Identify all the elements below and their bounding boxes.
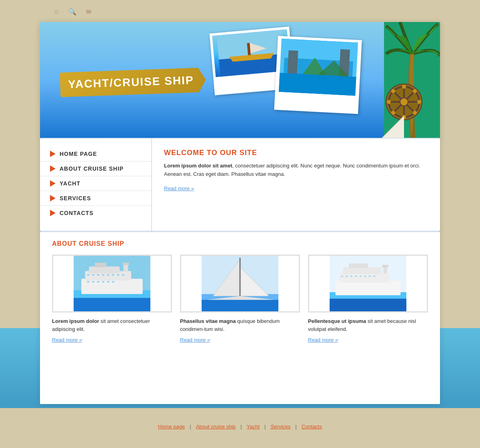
nav-arrow-about <box>50 165 56 172</box>
footer: Home page | About cruise ship | Yacht | … <box>0 405 480 448</box>
card-2-read-more[interactable]: Read more <box>180 337 210 343</box>
ship-svg-3 <box>309 256 427 311</box>
home-icon[interactable]: ⌂ <box>52 7 61 16</box>
nav-arrow-services <box>50 195 56 201</box>
header-divider <box>40 138 440 139</box>
svg-rect-48 <box>92 281 94 283</box>
footer-link-yacht[interactable]: Yacht <box>247 424 260 430</box>
svg-rect-57 <box>202 300 278 311</box>
svg-rect-76 <box>373 276 375 277</box>
svg-rect-35 <box>81 279 142 294</box>
card-2-title: Phasellus vitae magna quisque bibendum c… <box>180 317 300 333</box>
footer-sep-3: | <box>264 424 266 430</box>
nav-arrow-yacht <box>50 180 56 187</box>
page-curl <box>382 116 404 138</box>
nav-arrow-contacts <box>50 210 56 216</box>
about-section: ABOUT CRUISE SHIP <box>40 231 440 351</box>
card-1-title: Lorem ipsum dolor sit amet consectetuer … <box>52 317 172 333</box>
welcome-title: WELCOME TO OUR SITE <box>164 149 428 157</box>
sidebar-label-home: HOME PAGE <box>60 151 97 157</box>
sidebar-navigation: HOME PAGE ABOUT CRUISE SHIP YACHT SERVIC… <box>40 139 152 231</box>
sidebar-item-yacht[interactable]: YACHT <box>40 176 151 191</box>
svg-rect-37 <box>89 267 120 273</box>
main-container: YACHT/CRUISE SHIP <box>40 22 440 404</box>
svg-rect-66 <box>339 273 389 283</box>
welcome-text-bold: Lorem ipsum dolor sit amet <box>164 163 232 169</box>
mid-content-area: HOME PAGE ABOUT CRUISE SHIP YACHT SERVIC… <box>40 139 440 231</box>
svg-rect-70 <box>346 276 348 277</box>
svg-rect-41 <box>97 274 100 276</box>
search-icon[interactable]: 🔍 <box>68 7 77 16</box>
card-1-read-more[interactable]: Read more <box>52 337 82 343</box>
svg-rect-46 <box>122 274 124 276</box>
harbor-svg <box>278 38 360 96</box>
svg-rect-71 <box>350 276 352 277</box>
svg-rect-78 <box>382 265 388 267</box>
svg-rect-43 <box>107 274 110 276</box>
card-3-title: Pellentesque ut ipsuma sit amet because … <box>308 317 428 333</box>
svg-rect-51 <box>107 281 110 283</box>
svg-rect-65 <box>336 281 401 295</box>
ship-svg-2 <box>181 256 299 311</box>
svg-rect-73 <box>360 276 362 277</box>
svg-rect-8 <box>288 50 298 74</box>
svg-rect-50 <box>102 281 104 283</box>
footer-link-about[interactable]: About cruise ship <box>196 424 236 430</box>
svg-rect-38 <box>95 263 106 267</box>
card-1-title-bold: Lorem ipsum dolor <box>52 318 99 324</box>
footer-navigation: Home page | About cruise ship | Yacht | … <box>158 424 322 430</box>
svg-rect-42 <box>102 274 104 276</box>
welcome-read-more[interactable]: Read more <box>164 185 194 191</box>
svg-rect-52 <box>112 281 114 283</box>
footer-link-services[interactable]: Services <box>270 424 290 430</box>
about-title: ABOUT CRUISE SHIP <box>52 240 428 247</box>
sidebar-item-contacts[interactable]: CONTACTS <box>40 206 151 220</box>
svg-rect-72 <box>355 276 357 277</box>
sidebar-item-services[interactable]: SERVICES <box>40 191 151 206</box>
svg-rect-45 <box>117 274 119 276</box>
svg-rect-74 <box>364 276 366 277</box>
sidebar-label-contacts: CONTACTS <box>60 210 94 216</box>
cruise-card-3: Pellentesque ut ipsuma sit amet because … <box>308 255 428 343</box>
photo-container <box>196 26 400 138</box>
svg-point-30 <box>391 111 395 115</box>
svg-rect-64 <box>330 299 406 311</box>
svg-rect-44 <box>112 274 114 276</box>
svg-rect-40 <box>92 274 94 276</box>
footer-link-contacts[interactable]: Contacts <box>302 424 322 430</box>
banner-text: YACHT/CRUISE SHIP <box>68 74 194 91</box>
svg-rect-69 <box>341 276 343 277</box>
footer-link-home[interactable]: Home page <box>158 424 185 430</box>
svg-point-29 <box>413 89 417 93</box>
card-image-3 <box>308 255 428 313</box>
card-image-2 <box>180 255 300 313</box>
footer-sep-1: | <box>190 424 191 430</box>
sidebar-label-yacht: YACHT <box>60 180 80 187</box>
top-navigation: ⌂ 🔍 ✉ <box>52 7 93 16</box>
welcome-text: Lorem ipsum dolor sit amet, consectetuer… <box>164 162 428 179</box>
sidebar-label-about: ABOUT CRUISE SHIP <box>60 165 124 172</box>
card-3-read-more[interactable]: Read more <box>308 337 338 343</box>
svg-point-26 <box>417 100 421 104</box>
svg-point-25 <box>387 100 391 104</box>
ship-svg-1 <box>53 256 171 311</box>
svg-rect-49 <box>97 281 100 283</box>
svg-rect-75 <box>369 276 371 277</box>
sidebar-item-home[interactable]: HOME PAGE <box>40 147 151 161</box>
nav-arrow-home <box>50 151 56 157</box>
svg-rect-60 <box>239 258 241 296</box>
sidebar-item-about[interactable]: ABOUT CRUISE SHIP <box>40 161 151 176</box>
svg-rect-47 <box>87 281 90 283</box>
svg-rect-68 <box>349 263 368 268</box>
svg-rect-34 <box>74 298 150 311</box>
welcome-content: WELCOME TO OUR SITE Lorem ipsum dolor si… <box>152 139 440 231</box>
sidebar-label-services: SERVICES <box>60 195 91 201</box>
svg-rect-54 <box>123 263 129 265</box>
email-icon[interactable]: ✉ <box>84 7 93 16</box>
header-section: YACHT/CRUISE SHIP <box>40 22 440 138</box>
svg-rect-77 <box>383 267 387 273</box>
card-2-title-bold: Phasellus vitae magna <box>180 318 236 324</box>
footer-sep-2: | <box>240 424 242 430</box>
svg-point-28 <box>413 111 417 115</box>
cruise-card-2: Phasellus vitae magna quisque bibendum c… <box>180 255 300 343</box>
